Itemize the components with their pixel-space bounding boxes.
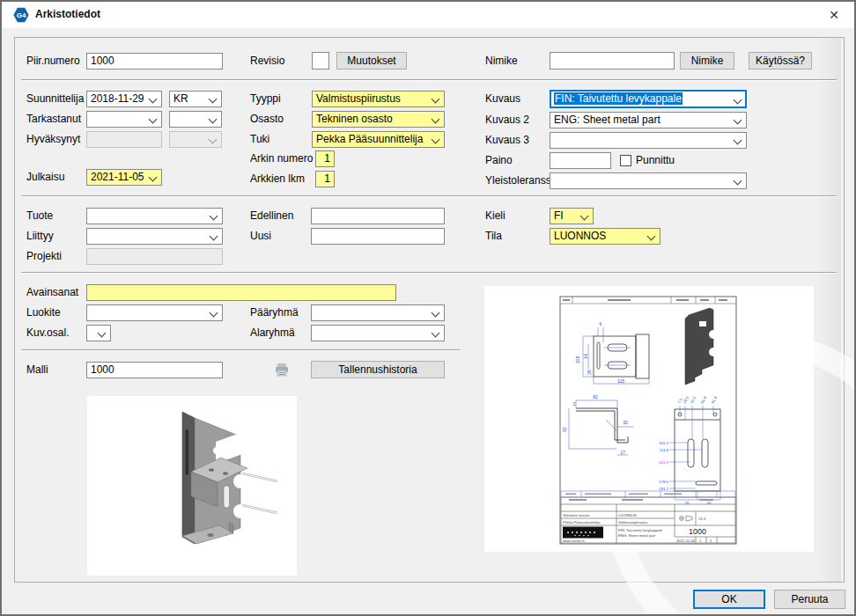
tyyppi-value: Valmistuspiirustus (316, 92, 401, 105)
dim-label: 141.2 (659, 460, 669, 465)
window-title: Arkistotiedot (35, 8, 100, 20)
kuv-osal-combobox[interactable] (86, 325, 111, 341)
chevron-down-icon (580, 212, 589, 221)
chevron-down-icon (432, 136, 440, 144)
punnittu-label: Punnittu (636, 152, 675, 169)
dim-label: 108 (575, 356, 580, 364)
chevron-down-icon (734, 177, 742, 186)
chevron-down-icon (210, 232, 218, 241)
projekti-input (86, 248, 223, 265)
arkkien-lkm-label: Arkkien lkm (250, 171, 305, 187)
tallennushistoria-button[interactable]: Tallennushistoria (311, 361, 445, 378)
revisio-label: Revisio (250, 53, 284, 70)
tuki-combobox[interactable]: Pekka Pääsuunnittelija (312, 131, 445, 148)
yleistoleranssi-label: Yleistoleranssi (485, 172, 553, 189)
printer-glyph (274, 362, 290, 378)
ok-button[interactable]: OK (693, 590, 765, 609)
tarkastanut-date-combobox[interactable] (86, 111, 162, 128)
suunnittelija-label: Suunnittelija (26, 91, 84, 107)
titleblock-web: www.vertex.fi (563, 539, 585, 543)
projekti-label: Projekti (26, 248, 62, 265)
sheet-metal-part-3d-image (87, 396, 297, 576)
piir-numero-input[interactable]: 1000 (86, 53, 223, 70)
titlebar: G4 Arkistotiedot ✕ (2, 2, 854, 28)
kuvaus-value-selected: FIN: Taivutettu levykappale (554, 92, 683, 105)
dim-label: 14 (583, 354, 588, 359)
paaryhma-combobox[interactable] (311, 304, 445, 321)
arkkien-lkm-input[interactable]: 1 (315, 171, 335, 187)
dim-label: 6 (600, 321, 602, 326)
suunnittelija-date-combobox[interactable]: 2018-11-29 (86, 91, 162, 107)
uusi-input[interactable] (311, 228, 445, 245)
kuvaus2-combobox[interactable]: ENG: Sheet metal part (550, 112, 747, 128)
print-icon[interactable] (273, 361, 291, 378)
kieli-value: FI (554, 209, 564, 222)
arkistotiedot-dialog: G4 Arkistotiedot ✕ Piir.numero 1000 Revi… (0, 0, 856, 616)
dim-label: 32 (623, 420, 628, 425)
hyvaksynyt-id-combobox (169, 131, 222, 148)
peruuta-button[interactable]: Peruuta (774, 590, 845, 609)
paino-label: Paino (485, 152, 513, 169)
avainsanat-label: Avainsanat (26, 284, 78, 301)
tila-label: Tila (485, 228, 502, 245)
separator (21, 79, 837, 81)
arkin-numero-input[interactable]: 1 (315, 150, 335, 167)
liittyy-combobox[interactable] (86, 228, 223, 245)
julkaisu-combobox[interactable]: 2021-11-05 (86, 169, 162, 186)
suunnittelija-id-value: KR (173, 92, 188, 105)
titleblock-suunnittelija: Pekka Pääsuunnittelija (563, 520, 601, 524)
edellinen-label: Edellinen (250, 208, 293, 224)
tyyppi-combobox[interactable]: Valmistuspiirustus (312, 91, 445, 107)
titleblock-kuvaus-fin: FIN: Taivutettu levykappale (618, 528, 663, 532)
malli-label: Malli (26, 362, 48, 378)
kuvaus-combobox[interactable]: FIN: Taivutettu levykappale (550, 90, 747, 108)
separator (21, 349, 460, 351)
osasto-combobox[interactable]: Tekninen osasto (312, 111, 445, 128)
drawing-preview: 108 14 26 6 115 (484, 286, 814, 552)
chevron-down-icon (647, 232, 656, 241)
yleistoleranssi-combobox[interactable] (550, 172, 747, 189)
nimike-button[interactable]: Nimike (680, 52, 734, 70)
punnittu-checkbox[interactable] (620, 155, 631, 166)
chevron-down-icon (209, 136, 218, 144)
suunnittelija-date-value: 2018-11-29 (91, 92, 144, 105)
chevron-down-icon (734, 136, 742, 145)
nimike-input[interactable] (550, 52, 675, 70)
model-3d-preview (87, 396, 297, 576)
kuv-osal-label: Kuv.osal. (26, 325, 69, 341)
tarkastanut-id-combobox[interactable] (169, 111, 222, 128)
tarkastanut-label: Tarkastanut (26, 111, 81, 128)
tuote-combobox[interactable] (86, 208, 223, 224)
tuki-label: Tuki (250, 131, 269, 148)
alaryhma-label: Alaryhmä (250, 325, 295, 341)
avainsanat-input[interactable] (86, 284, 396, 301)
paino-input[interactable] (550, 152, 611, 169)
kieli-combobox[interactable]: FI (550, 208, 594, 224)
luokite-combobox[interactable] (86, 304, 223, 321)
dim-label: 191.7 (659, 487, 669, 491)
tila-combobox[interactable]: LUONNOS (550, 228, 660, 245)
close-icon[interactable]: ✕ (819, 4, 849, 26)
dim-label: 17 (620, 450, 625, 455)
kuvaus3-combobox[interactable] (550, 132, 747, 149)
chevron-down-icon (210, 309, 218, 318)
alaryhma-combobox[interactable] (311, 325, 445, 341)
chevron-down-icon (210, 212, 218, 221)
tuki-value: Pekka Pääsuunnittelija (316, 133, 423, 145)
dim-label: 101.2 (659, 441, 669, 445)
julkaisu-value: 2021-11-05 (91, 171, 144, 183)
titleblock-tila: LUONNOS (618, 513, 637, 517)
malli-input[interactable]: 1000 (86, 362, 223, 378)
kaytossa-button[interactable]: Käytössä? (749, 52, 812, 70)
titleblock-tyyppi: Valmistuspiirustus (618, 520, 647, 524)
titleblock-osasto: Tekninen osasto (563, 513, 590, 517)
osasto-label: Osasto (250, 111, 284, 128)
kuvaus3-label: Kuvaus 3 (485, 132, 529, 149)
julkaisu-label: Julkaisu (26, 169, 64, 186)
separator (21, 272, 837, 274)
chevron-down-icon (734, 96, 742, 105)
muutokset-button[interactable]: Muutokset (336, 52, 407, 70)
suunnittelija-id-combobox[interactable]: KR (169, 91, 222, 107)
edellinen-input[interactable] (311, 208, 445, 224)
revisio-input[interactable] (312, 52, 329, 70)
